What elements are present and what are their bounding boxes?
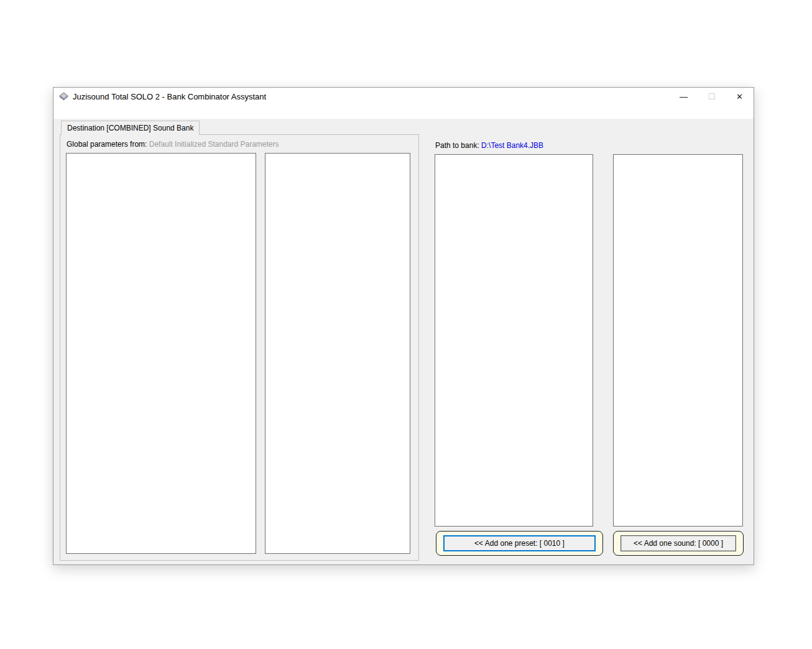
add-preset-groupbox: << Add one preset: [ 0010 ] <box>436 531 603 556</box>
maximize-button: ☐ <box>698 88 726 106</box>
close-button[interactable]: ✕ <box>726 88 754 106</box>
path-label: Path to bank: <box>435 141 479 150</box>
add-one-preset-button[interactable]: << Add one preset: [ 0010 ] <box>443 535 596 551</box>
global-parameters-line: Global parameters from: Default Initiali… <box>67 140 279 149</box>
menu-bar <box>53 106 754 119</box>
tab-destination-sound-bank[interactable]: Destination [COMBINED] Sound Bank <box>61 121 200 135</box>
add-sound-groupbox: << Add one sound: [ 0000 ] <box>613 531 744 556</box>
source-preset-table <box>435 154 593 527</box>
destination-preset-table <box>66 153 256 554</box>
add-one-sound-button[interactable]: << Add one sound: [ 0000 ] <box>621 535 736 551</box>
minimize-button[interactable]: — <box>670 88 698 106</box>
destination-sound-table <box>265 153 410 554</box>
window-controls: — ☐ ✕ <box>670 88 754 106</box>
source-sound-table <box>613 154 743 527</box>
window-title: Juzisound Total SOLO 2 - Bank Combinator… <box>73 92 266 101</box>
app-window: Juzisound Total SOLO 2 - Bank Combinator… <box>53 87 754 565</box>
global-parameters-label: Global parameters from: <box>67 140 147 149</box>
path-to-bank-line: Path to bank: D:\Test Bank4.JBB <box>435 141 543 150</box>
global-parameters-value: Default Initialized Standard Parameters <box>149 140 279 149</box>
title-bar: Juzisound Total SOLO 2 - Bank Combinator… <box>53 88 754 106</box>
app-icon <box>59 92 68 101</box>
path-value: D:\Test Bank4.JBB <box>481 141 543 150</box>
